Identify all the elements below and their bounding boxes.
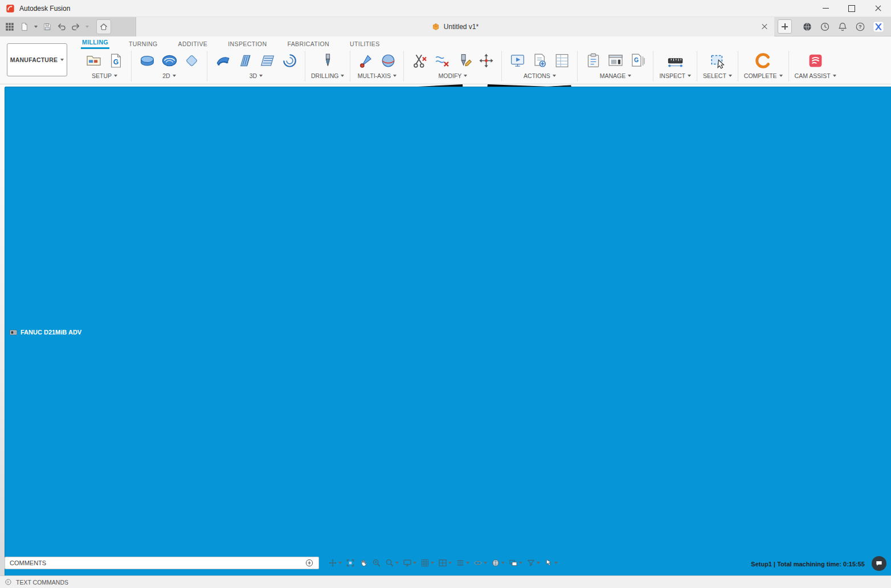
text-commands-bar[interactable]: TEXT COMMANDS bbox=[0, 575, 891, 588]
ribbon-group-dropdown-2d[interactable]: 2D bbox=[162, 72, 175, 79]
dropdown-caret[interactable] bbox=[338, 562, 342, 564]
orbit-button[interactable] bbox=[472, 558, 488, 568]
trim-toolpath-icon[interactable] bbox=[410, 51, 429, 70]
post-library-icon[interactable]: G bbox=[628, 51, 647, 70]
dropdown-caret[interactable] bbox=[466, 562, 469, 564]
move-toolpath-icon[interactable] bbox=[476, 51, 496, 70]
face-2d-icon[interactable] bbox=[137, 51, 157, 70]
swarf-icon[interactable] bbox=[356, 51, 375, 70]
browser-tree-row[interactable]: ▷FANUC D21MiB ADV bbox=[5, 199, 319, 213]
cursor-select-button[interactable] bbox=[543, 558, 559, 568]
ribbon-group-dropdown-setup[interactable]: SETUP bbox=[92, 72, 117, 79]
pocket-2d-icon[interactable] bbox=[182, 51, 201, 70]
workspace-selector[interactable]: MANUFACTURE bbox=[7, 43, 67, 76]
dropdown-caret[interactable] bbox=[395, 562, 399, 564]
adaptive-2d-icon[interactable] bbox=[160, 51, 179, 70]
zoom-window-button[interactable] bbox=[384, 558, 400, 568]
spiral-icon[interactable] bbox=[280, 51, 299, 70]
dropdown-caret[interactable] bbox=[519, 562, 522, 564]
minimize-button[interactable] bbox=[812, 0, 839, 17]
dropdown-caret[interactable] bbox=[501, 562, 505, 564]
fit-view-button[interactable] bbox=[345, 558, 356, 568]
ribbon-group-dropdown-select[interactable]: SELECT bbox=[703, 72, 732, 79]
ribbon-tab-inspection[interactable]: INSPECTION bbox=[227, 39, 268, 49]
setup-folder-icon[interactable] bbox=[84, 51, 103, 70]
undo-icon[interactable] bbox=[57, 22, 66, 31]
dropdown-caret[interactable] bbox=[537, 562, 540, 564]
workspace-label: MANUFACTURE bbox=[10, 56, 58, 63]
maximize-button[interactable] bbox=[839, 0, 865, 17]
save-icon[interactable] bbox=[43, 22, 52, 31]
job-status-icon[interactable] bbox=[802, 22, 812, 32]
simulate-icon[interactable] bbox=[508, 51, 527, 70]
notifications-icon[interactable] bbox=[837, 22, 848, 32]
window-select-icon[interactable] bbox=[708, 51, 727, 70]
setup-sheet-icon[interactable] bbox=[552, 51, 571, 70]
ribbon-group-dropdown-complete[interactable]: COMPLETE bbox=[744, 72, 783, 79]
file-menu-caret[interactable] bbox=[34, 26, 38, 28]
post-process-icon[interactable] bbox=[530, 51, 549, 70]
complete-icon[interactable] bbox=[754, 51, 773, 70]
ribbon-tab-milling[interactable]: MILLING bbox=[81, 37, 109, 49]
history-icon[interactable] bbox=[820, 22, 830, 32]
grid-settings-button[interactable] bbox=[419, 558, 435, 568]
parallel-icon[interactable] bbox=[258, 51, 277, 70]
new-tab-button[interactable] bbox=[778, 19, 792, 34]
dropdown-caret[interactable] bbox=[431, 562, 434, 564]
ribbon-group-dropdown-inspect[interactable]: INSPECT bbox=[659, 72, 691, 79]
edit-toolpath-icon[interactable] bbox=[454, 51, 473, 70]
redo-caret[interactable] bbox=[85, 26, 89, 28]
multi-axis-contour-icon[interactable] bbox=[378, 51, 398, 70]
user-avatar[interactable] bbox=[873, 21, 884, 32]
adaptive-3d-icon[interactable] bbox=[213, 51, 232, 70]
dropdown-caret[interactable] bbox=[413, 562, 416, 564]
document-tab[interactable]: Untitled v1* bbox=[432, 23, 479, 31]
ribbon-tab-additive[interactable]: ADDITIVE bbox=[177, 39, 209, 49]
fusion-logo-icon bbox=[6, 4, 15, 13]
ribbon-tab-utilities[interactable]: UTILITIES bbox=[349, 39, 381, 49]
measure-icon[interactable] bbox=[665, 51, 685, 70]
svg-text:G: G bbox=[113, 58, 118, 66]
templates-icon[interactable] bbox=[583, 51, 603, 70]
ribbon-group-dropdown-manage[interactable]: MANAGE bbox=[600, 72, 632, 79]
pan-button[interactable] bbox=[327, 558, 343, 568]
dropdown-caret[interactable] bbox=[484, 562, 487, 564]
tab-close-icon[interactable] bbox=[761, 23, 769, 31]
ribbon-group-dropdown-cam-assist[interactable]: CAM ASSIST bbox=[795, 72, 836, 79]
ribbon-group-dropdown-drilling[interactable]: DRILLING bbox=[311, 72, 344, 79]
zoom-button[interactable] bbox=[371, 558, 382, 568]
pan-hand-button[interactable] bbox=[358, 558, 369, 568]
drill-icon[interactable] bbox=[318, 51, 337, 70]
expand-comments-icon[interactable] bbox=[305, 558, 314, 567]
help-icon[interactable]: ? bbox=[855, 22, 865, 32]
ribbon-group-dropdown-multi-axis[interactable]: MULTI-AXIS bbox=[358, 72, 397, 79]
ribbon-group-dropdown-actions[interactable]: ACTIONS bbox=[524, 72, 556, 79]
list-button[interactable] bbox=[455, 558, 471, 568]
document-tab-strip: Untitled v1* bbox=[136, 17, 774, 36]
cam-assist-icon[interactable] bbox=[806, 51, 825, 70]
ribbon-group-dropdown-3d[interactable]: 3D bbox=[250, 72, 263, 79]
home-view-button[interactable] bbox=[96, 19, 111, 34]
ribbon-tab-fabrication[interactable]: FABRICATION bbox=[286, 39, 330, 49]
delete-passes-icon[interactable] bbox=[432, 51, 451, 70]
gcode-doc-icon[interactable]: G bbox=[106, 51, 125, 70]
file-menu-icon[interactable] bbox=[20, 22, 29, 31]
machine-library-icon[interactable] bbox=[606, 51, 625, 70]
selection-filter-button[interactable] bbox=[525, 558, 541, 568]
redo-icon[interactable] bbox=[71, 22, 80, 31]
workspace-caret bbox=[60, 59, 64, 61]
ribbon-group-dropdown-modify[interactable]: MODIFY bbox=[439, 72, 468, 79]
close-button[interactable] bbox=[865, 0, 891, 17]
dropdown-caret[interactable] bbox=[448, 562, 452, 564]
steep-shallow-icon[interactable] bbox=[235, 51, 255, 70]
app-grid-icon[interactable] bbox=[5, 22, 15, 32]
visual-style-button[interactable] bbox=[490, 558, 506, 568]
display-settings-button[interactable] bbox=[402, 558, 418, 568]
viewports-button[interactable] bbox=[437, 558, 453, 568]
ribbon-tab-turning[interactable]: TURNING bbox=[128, 39, 159, 49]
assistant-chat-button[interactable] bbox=[872, 556, 886, 571]
browser-item-label[interactable]: FANUC D21MiB ADV bbox=[5, 87, 891, 578]
screens-button[interactable] bbox=[508, 558, 524, 568]
comments-bar[interactable]: COMMENTS bbox=[5, 557, 319, 569]
dropdown-caret[interactable] bbox=[554, 562, 558, 564]
